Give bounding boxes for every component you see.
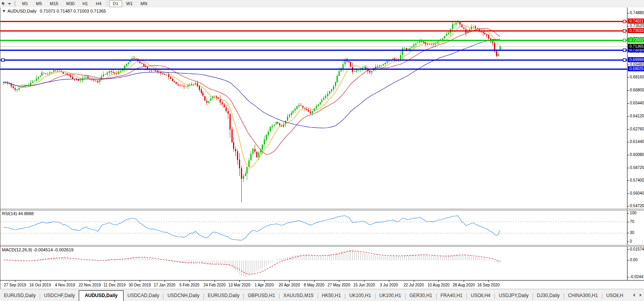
chart-tab-eurusd-daily[interactable]: EURUSD,Daily [0, 291, 40, 300]
chart-tab-bar: EURUSD,DailyUSDCHF,DailyAUDUSD,DailyUSDC… [0, 289, 644, 301]
rsi-axis-label: 30 [630, 230, 634, 235]
chart-tab-dj30-daily[interactable]: DJ30,Daily [533, 291, 564, 300]
ma-line-55[interactable] [4, 39, 500, 128]
date-tick [464, 281, 464, 282]
macd-canvas[interactable] [0, 247, 627, 280]
axis-tick [627, 155, 629, 155]
axis-tick [627, 277, 629, 277]
toolbar-separator [107, 1, 107, 6]
timeframe-button-m15[interactable]: M15 [46, 0, 62, 7]
chart-tab-gbpusd-h1[interactable]: GBPUSD,H1 [244, 291, 279, 300]
timeframe-button-m5[interactable]: M5 [32, 0, 45, 7]
axis-tick [627, 90, 629, 91]
chart-tab-usoil-h4[interactable]: USOil,H4 [467, 291, 494, 300]
rsi-axis[interactable]: 10070300 [627, 210, 644, 245]
chart-tab-fra40-h1[interactable]: FRA40,H1 [437, 291, 466, 300]
axis-tick [627, 13, 629, 13]
level-line-0.73033[interactable] [0, 30, 627, 32]
chart-tab-eurusd-daily[interactable]: EURUSD,Daily [204, 291, 244, 300]
cursor-tool-icon[interactable] [2, 2, 6, 6]
date-axis-label: 16 Sep 2020 [477, 283, 500, 287]
price-axis-label: 0.65440 [630, 101, 644, 106]
chart-tab-hk50-h1[interactable]: HK50,H1 [318, 291, 345, 300]
level-line-0.72022[interactable] [0, 40, 627, 41]
price-axis-label: 0.58720 [630, 165, 644, 170]
macd-axis-label: 0.015741 [630, 247, 644, 252]
ohlc-values: 0.71071 0.71487 0.71003 0.71365 [40, 9, 106, 13]
macd-axis[interactable]: 0.0157410.00-0.024412 [627, 247, 644, 280]
level-handle[interactable] [623, 59, 626, 61]
chart-tab-usoil-h[interactable]: USOil,H [602, 291, 627, 300]
chart-tab-usdjpy-daily[interactable]: USDJPY,Daily [495, 291, 533, 300]
current-price-badge: 0.71365 [628, 44, 644, 49]
date-axis-label: 27 Sep 2019 [4, 283, 26, 287]
price-axis-label: 0.61440 [630, 139, 644, 144]
macd-pane: 0.0157410.00-0.024412 MACD(12,26,9) -0.0… [0, 247, 644, 280]
date-tick [414, 281, 414, 282]
date-tick [140, 281, 140, 282]
rsi-line [4, 216, 500, 240]
axis-tick [627, 193, 629, 194]
date-axis-label: 22 Jul 2020 [403, 283, 424, 287]
level-handle[interactable] [623, 20, 626, 23]
date-tick [389, 281, 389, 282]
timeframe-button-m30[interactable]: M30 [63, 0, 78, 7]
timeframe-button-w1[interactable]: W1 [123, 0, 137, 7]
date-axis-label: 1 Apr 2020 [255, 283, 274, 287]
macd-label: MACD(12,26,9) -0.004514 -0.002619 [2, 247, 74, 252]
chart-tab-usdchf-daily[interactable]: USDCHF,Daily [40, 291, 79, 300]
tab-scroll-left-icon[interactable] [633, 294, 635, 297]
chart-tab-uk100-h1[interactable]: UK100,H1 [376, 291, 405, 300]
chart-tab-audusd-daily[interactable]: AUDUSD,Daily [79, 290, 123, 301]
tool-dropdown-caret-icon[interactable] [8, 3, 11, 5]
date-tick [439, 281, 439, 282]
level-line-0.71010[interactable] [0, 50, 627, 51]
date-axis-label: 16 Oct 2019 [30, 283, 51, 287]
price-axis-label: 0.66800 [630, 88, 644, 93]
date-axis[interactable]: 27 Sep 201916 Oct 20194 Nov 201922 Nov 2… [0, 280, 644, 289]
rsi-pane: 10070300 RSI(14) 44.8888 [0, 210, 644, 245]
chart-tab-ger30-h1[interactable]: GER30,H1 [405, 291, 436, 300]
timeframe-button-h1[interactable]: H1 [79, 0, 91, 7]
chart-tab-usdcnh-daily[interactable]: USDCNH,Daily [163, 291, 203, 300]
level-line-0.69025[interactable] [0, 69, 627, 70]
price-axis-label: 0.60080 [630, 152, 644, 157]
timeframe-button-d1[interactable]: D1 [109, 0, 122, 7]
chart-tab-china300-h1[interactable]: CHINA300,H1 [564, 291, 602, 300]
timeframe-button-mn[interactable]: MN [137, 0, 151, 7]
level-line-0.69999[interactable] [0, 59, 627, 61]
tab-scroll-right-icon[interactable] [640, 294, 642, 297]
price-axis[interactable]: 0.748800.735200.721600.708400.694800.681… [627, 7, 644, 209]
level-handle[interactable] [623, 30, 626, 32]
axis-tick [627, 242, 629, 242]
chart-menu-icon[interactable] [2, 10, 6, 12]
rsi-label: RSI(14) 44.8888 [2, 211, 34, 216]
date-tick [215, 281, 215, 282]
date-tick [289, 281, 290, 282]
toolbar-grip[interactable] [14, 1, 16, 6]
timeframe-button-h4[interactable]: H4 [92, 0, 105, 7]
level-handle[interactable] [623, 49, 626, 52]
chart-tab-usdcad-daily[interactable]: USDCAD,Daily [124, 291, 163, 300]
level-handle[interactable] [2, 59, 4, 61]
symbol-label: AUDUSD,Daily [7, 9, 37, 13]
macd-signal-line [4, 251, 500, 274]
rsi-axis-label: 0 [630, 239, 632, 244]
level-price-badge: 0.74021 [628, 19, 644, 24]
date-tick [15, 281, 15, 282]
date-axis-label: 11 Dec 2019 [104, 283, 126, 287]
level-price-badge: 0.69999 [628, 57, 644, 62]
axis-tick [627, 129, 629, 130]
rsi-canvas[interactable] [0, 210, 627, 245]
axis-tick [627, 65, 629, 65]
main-price-pane: 0.748800.735200.721600.708400.694800.681… [0, 7, 644, 209]
level-line-0.74021[interactable] [0, 21, 627, 22]
main-chart-canvas[interactable] [0, 7, 627, 209]
chart-tab-xauusd-m15[interactable]: XAUUSD,M15 [279, 291, 318, 300]
ma-line-20[interactable] [4, 28, 500, 154]
chart-tab-uk100-h1[interactable]: UK100,H1 [345, 291, 375, 300]
level-handle[interactable] [623, 39, 626, 42]
timeframe-button-m1[interactable]: M1 [19, 0, 31, 7]
price-axis-label: 0.74880 [630, 11, 644, 15]
date-tick [239, 281, 240, 282]
